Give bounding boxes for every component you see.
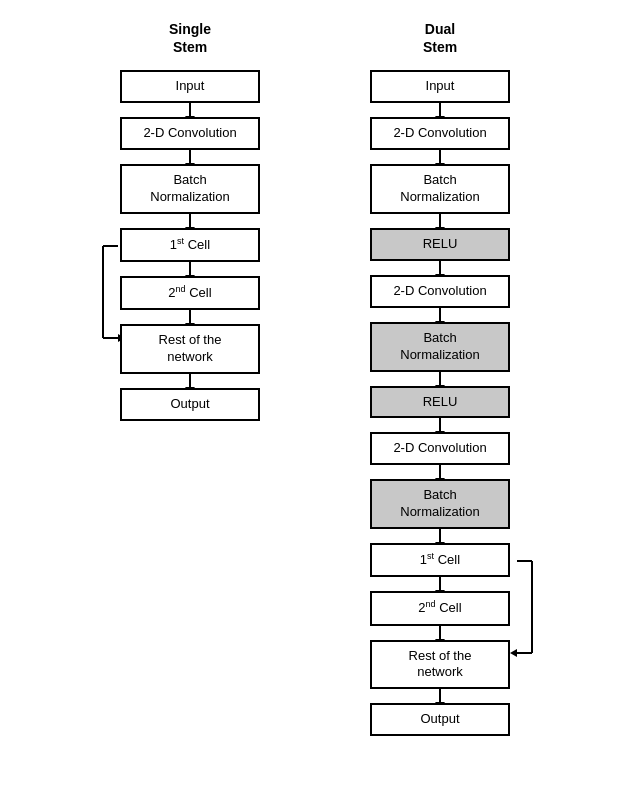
ds-relu1: RELU: [370, 228, 510, 261]
arrow: [439, 214, 441, 228]
ds-conv1: 2-D Convolution: [370, 117, 510, 150]
arrow: [439, 261, 441, 275]
ss-conv1: 2-D Convolution: [120, 117, 260, 150]
ss-cell1: 1st Cell: [120, 228, 260, 262]
arrow: [439, 150, 441, 164]
arrow: [439, 529, 441, 543]
arrow: [189, 103, 191, 117]
dual-stem-title: DualStem: [423, 20, 457, 56]
arrow: [439, 308, 441, 322]
single-stem-column: SingleStem Input 2-D Convolution BatchNo…: [90, 20, 290, 421]
ds-cell2: 2nd Cell: [370, 591, 510, 625]
svg-marker-7: [510, 649, 517, 657]
dual-stem-column: DualStem Input 2-D Convolution BatchNorm…: [330, 20, 550, 736]
ds-relu2: RELU: [370, 386, 510, 419]
ds-bn1: BatchNormalization: [370, 164, 510, 214]
ds-conv2: 2-D Convolution: [370, 275, 510, 308]
arrow: [189, 262, 191, 276]
ds-conv3: 2-D Convolution: [370, 432, 510, 465]
diagram-container: SingleStem Input 2-D Convolution BatchNo…: [70, 10, 570, 785]
arrow: [439, 372, 441, 386]
ss-input: Input: [120, 70, 260, 103]
arrow: [189, 150, 191, 164]
ss-output: Output: [120, 388, 260, 421]
ds-bn2: BatchNormalization: [370, 322, 510, 372]
arrow: [439, 626, 441, 640]
arrow: [439, 689, 441, 703]
ss-rest: Rest of thenetwork: [120, 324, 260, 374]
ss-bn1: BatchNormalization: [120, 164, 260, 214]
ss-cell2: 2nd Cell: [120, 276, 260, 310]
arrow: [439, 577, 441, 591]
ds-bn3: BatchNormalization: [370, 479, 510, 529]
arrow: [189, 214, 191, 228]
arrow: [189, 374, 191, 388]
arrow: [439, 418, 441, 432]
ds-input: Input: [370, 70, 510, 103]
ds-rest: Rest of thenetwork: [370, 640, 510, 690]
arrow: [439, 103, 441, 117]
ds-output: Output: [370, 703, 510, 736]
single-stem-title: SingleStem: [169, 20, 211, 56]
ds-cell1: 1st Cell: [370, 543, 510, 577]
arrow: [189, 310, 191, 324]
arrow: [439, 465, 441, 479]
